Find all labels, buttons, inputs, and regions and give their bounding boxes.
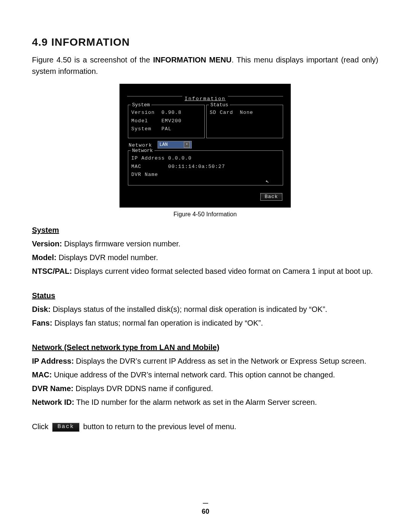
- row-sdcard: SD Card None: [210, 109, 280, 117]
- intro-bold: INFORMATION MENU: [153, 56, 231, 64]
- item-fans: Fans: Displays fan status; normal fan op…: [32, 317, 378, 329]
- item-networkid: Network ID: The ID number for the alarm …: [32, 396, 378, 408]
- item-ip: IP Address: Displays the DVR’s current I…: [32, 355, 378, 367]
- figure-caption: Figure 4-50 Information: [119, 210, 291, 219]
- row-system: System PAL: [131, 125, 201, 133]
- subhead-system: System: [32, 226, 59, 234]
- row-mac: MAC 00:11:14:0a:50:27: [131, 163, 280, 171]
- item-ntscpal: NTSC/PAL: Displays current video format …: [32, 265, 378, 277]
- page-number: — 60: [0, 499, 411, 517]
- click-back-sentence: Click Back button to return to the previ…: [32, 421, 378, 432]
- item-version: Version: Displays firmware version numbe…: [32, 238, 378, 249]
- group-status: Status SD Card None: [206, 105, 283, 138]
- legend-status: Status: [209, 101, 230, 109]
- screenshot-information-menu: Information System Version 0.90.8 Model …: [119, 84, 291, 208]
- legend-system: System: [131, 101, 151, 109]
- legend-network: Network: [131, 147, 155, 155]
- subhead-network: Network (Select network type from LAN an…: [32, 343, 219, 351]
- intro-pre: Figure 4.50 is a screenshot of the: [32, 56, 153, 64]
- item-disk: Disk: Displays status of the installed d…: [32, 304, 378, 315]
- group-network: Network IP Address 0.0.0.0 MAC 00:11:14:…: [128, 150, 283, 185]
- section-heading: 4.9 INFORMATION: [32, 34, 378, 50]
- network-select[interactable]: LAN ▾: [158, 141, 192, 149]
- inline-back-button[interactable]: Back: [52, 423, 80, 432]
- chevron-down-icon: ▾: [184, 142, 190, 148]
- item-model: Model: Displays DVR model number.: [32, 252, 378, 263]
- subhead-status: Status: [32, 291, 55, 300]
- row-model: Model EMV200: [131, 117, 201, 125]
- row-ip: IP Address 0.0.0.0: [131, 155, 280, 162]
- item-dvrname: DVR Name: Displays DVR DDNS name if conf…: [32, 383, 378, 394]
- item-mac: MAC: Unique address of the DVR’s interna…: [32, 369, 378, 380]
- network-select-value: LAN: [159, 141, 168, 148]
- back-button[interactable]: Back: [260, 193, 282, 201]
- row-dvrname: DVR Name: [131, 171, 280, 179]
- intro-paragraph: Figure 4.50 is a screenshot of the INFOR…: [32, 54, 378, 77]
- group-system: System Version 0.90.8 Model EMV200 Syste…: [128, 105, 205, 138]
- row-version: Version 0.90.8: [131, 109, 201, 117]
